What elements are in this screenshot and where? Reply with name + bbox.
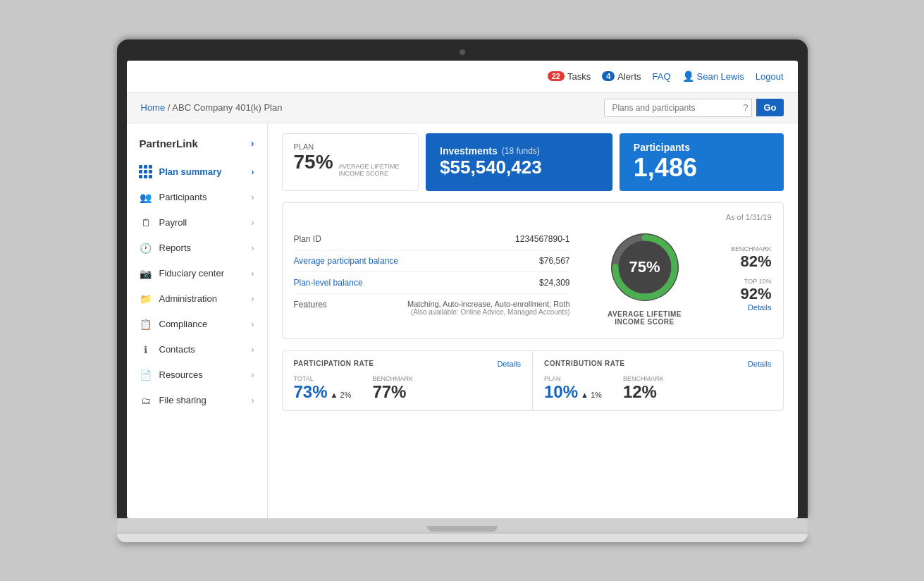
investments-amount: $55,540,423 xyxy=(440,157,598,178)
benchmark-block: BENCHMARK 82% xyxy=(715,245,772,271)
people-icon: 👥 xyxy=(140,191,152,204)
participants-card[interactable]: Participants 1,486 xyxy=(620,133,784,191)
breadcrumb-current: ABC Company 401(k) Plan xyxy=(172,102,282,113)
sidebar-brand-label: PartnerLink xyxy=(140,137,198,149)
sidebar-item-label: Participants xyxy=(159,192,207,202)
breadcrumb-home[interactable]: Home xyxy=(141,102,166,113)
table-row: Plan-level balance $24,309 xyxy=(294,272,570,294)
detail-val: $24,309 xyxy=(539,278,569,288)
benchmark-label: BENCHMARK xyxy=(715,245,772,252)
sidebar-item-fiduciary[interactable]: 📷 Fiduciary center › xyxy=(127,261,267,286)
score-section: 75% AVERAGE LIFETIMEINCOME SCORE BENCHMA… xyxy=(581,228,772,329)
sidebar-item-resources[interactable]: 📄 Resources › xyxy=(127,362,267,388)
participation-benchmark: BENCHMARK 77% xyxy=(372,375,413,402)
sidebar-chevron-icon: › xyxy=(252,167,254,177)
contribution-benchmark: BENCHMARK 12% xyxy=(623,375,664,402)
participation-benchmark-value: 77% xyxy=(372,382,406,401)
sidebar-chevron-icon: › xyxy=(252,370,254,380)
participation-total-label: TOTAL xyxy=(294,375,352,382)
participation-details-link[interactable]: Details xyxy=(497,360,521,368)
sidebar-item-reports[interactable]: 🕐 Reports › xyxy=(127,236,267,261)
user-name[interactable]: Sean Lewis xyxy=(697,71,744,82)
contribution-plan-label: PLAN xyxy=(544,375,602,382)
detail-key: Plan ID xyxy=(294,234,321,244)
as-of-label: As of 1/31/19 xyxy=(294,213,772,221)
sidebar-item-label: Resources xyxy=(159,369,203,380)
sidebar-chevron-icon: › xyxy=(252,269,254,279)
sidebar-item-contacts[interactable]: ℹ Contacts › xyxy=(127,337,267,362)
rates-section: PARTICIPATION RATE Details TOTAL 73% ▲ 2… xyxy=(282,350,784,411)
sidebar-brand[interactable]: PartnerLink › xyxy=(127,130,267,159)
sidebar-item-plan-summary[interactable]: Plan summary › xyxy=(127,159,267,185)
laptop-shell: 22 Tasks 4 Alerts FAQ 👤 Sean Lewis Logou… xyxy=(117,39,808,542)
participation-benchmark-label: BENCHMARK xyxy=(372,375,413,382)
reports-icon: 🕐 xyxy=(140,242,152,255)
tasks-badge: 22 xyxy=(548,71,565,81)
breadcrumb: Home / ABC Company 401(k) Plan xyxy=(141,102,283,113)
grid-icon xyxy=(140,166,152,178)
tasks-label: Tasks xyxy=(567,71,591,82)
benchmark-side: BENCHMARK 82% TOP 10% 92% Details xyxy=(715,245,772,312)
participants-title: Participants xyxy=(634,142,770,153)
alerts-item[interactable]: 4 Alerts xyxy=(602,71,641,82)
administration-icon: 📁 xyxy=(140,293,152,305)
participation-values: TOTAL 73% ▲ 2% BENCHMARK 77% xyxy=(294,375,522,402)
plan-balance-link[interactable]: Plan-level balance xyxy=(294,278,363,288)
detail-section: As of 1/31/19 Plan ID 1234567890-1 xyxy=(282,202,784,339)
compliance-icon: 📋 xyxy=(140,318,152,331)
sidebar-chevron-icon: › xyxy=(252,192,254,202)
benchmark-value: 82% xyxy=(715,252,772,271)
payroll-icon: 🗒 xyxy=(140,216,152,229)
alerts-badge: 4 xyxy=(602,71,615,81)
search-input[interactable] xyxy=(604,99,752,117)
tasks-item[interactable]: 22 Tasks xyxy=(548,71,591,82)
contribution-title: CONTRIBUTION RATE xyxy=(544,360,624,367)
user-item[interactable]: 👤 Sean Lewis xyxy=(682,71,744,82)
summary-cards: Plan 75% AVERAGE LIFETIME INCOME SCORE I… xyxy=(282,133,784,191)
score-title: AVERAGE LIFETIMEINCOME SCORE xyxy=(608,310,682,326)
sidebar-item-label: Payroll xyxy=(159,217,187,228)
plan-card-label: Plan xyxy=(294,142,407,151)
contacts-icon: ℹ xyxy=(140,343,152,356)
plan-sublabel: AVERAGE LIFETIME INCOME SCORE xyxy=(339,163,407,177)
gauge-center: 75% xyxy=(629,258,660,276)
detail-val: $76,567 xyxy=(539,256,569,266)
gauge-area: 75% AVERAGE LIFETIMEINCOME SCORE xyxy=(581,228,708,329)
breadcrumb-bar: Home / ABC Company 401(k) Plan ? Go xyxy=(127,93,798,123)
sidebar-chevron-icon: › xyxy=(252,345,254,355)
features-val: Matching, Auto-increase, Auto-enrollment… xyxy=(407,300,570,316)
sidebar-chevron-icon: › xyxy=(252,319,254,329)
sidebar-item-label: Contacts xyxy=(159,344,195,355)
sidebar-chevron-icon: › xyxy=(252,218,254,228)
investments-card[interactable]: Investments (18 funds) $55,540,423 xyxy=(426,133,612,191)
faq-link[interactable]: FAQ xyxy=(653,71,671,82)
search-go-button[interactable]: Go xyxy=(756,99,783,116)
alerts-label: Alerts xyxy=(617,71,641,82)
contribution-details-link[interactable]: Details xyxy=(748,360,772,368)
sidebar-item-administration[interactable]: 📁 Administration › xyxy=(127,286,267,312)
sidebar-item-file-sharing[interactable]: 🗂 File sharing › xyxy=(127,388,267,413)
table-row: Plan ID 1234567890-1 xyxy=(294,228,570,250)
investments-funds: (18 funds) xyxy=(502,146,540,156)
plan-card: Plan 75% AVERAGE LIFETIME INCOME SCORE xyxy=(282,133,419,191)
user-icon: 👤 xyxy=(682,71,694,82)
contribution-values: PLAN 10% ▲ 1% BENCHMARK 12% xyxy=(544,375,772,402)
detail-content: Plan ID 1234567890-1 Average participant… xyxy=(294,228,772,329)
sidebar-item-payroll[interactable]: 🗒 Payroll › xyxy=(127,210,267,236)
table-row: Average participant balance $76,567 xyxy=(294,250,570,272)
avg-balance-link[interactable]: Average participant balance xyxy=(294,256,399,266)
search-input-wrap: ? xyxy=(604,99,752,117)
logout-link[interactable]: Logout xyxy=(756,71,784,82)
sidebar-item-participants[interactable]: 👥 Participants › xyxy=(127,185,267,210)
participants-count: 1,486 xyxy=(634,153,770,183)
participation-total-value: 73% xyxy=(294,382,328,402)
gauge-details-link[interactable]: Details xyxy=(715,303,772,312)
laptop-top: 22 Tasks 4 Alerts FAQ 👤 Sean Lewis Logou… xyxy=(117,39,808,518)
fiduciary-icon: 📷 xyxy=(140,267,152,280)
search-help-icon[interactable]: ? xyxy=(743,102,748,113)
participation-total: TOTAL 73% ▲ 2% xyxy=(294,375,352,402)
top10-block: TOP 10% 92% Details xyxy=(715,278,772,312)
resources-icon: 📄 xyxy=(140,369,152,381)
sidebar-chevron-icon: › xyxy=(252,243,254,253)
sidebar-item-compliance[interactable]: 📋 Compliance › xyxy=(127,312,267,337)
